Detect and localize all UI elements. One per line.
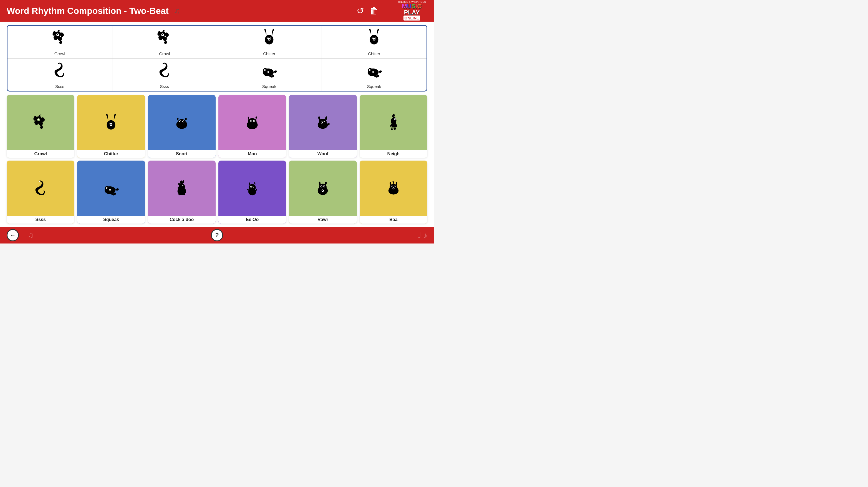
svg-point-86 — [183, 185, 183, 186]
help-button[interactable]: ? — [211, 229, 223, 241]
footer: ← ♫ ? ♩ ♪ — [0, 227, 434, 244]
svg-point-102 — [322, 190, 323, 191]
card-growl[interactable]: Growl — [7, 95, 74, 158]
card-squeak[interactable]: Squeak — [77, 161, 145, 224]
eeoo-card-image — [218, 161, 286, 216]
growl-card-image — [7, 95, 74, 150]
moo-card-label: Moo — [218, 150, 286, 158]
delete-button[interactable]: 🗑 — [370, 6, 378, 16]
snort-card-label: Snort — [148, 150, 216, 158]
svg-point-19 — [373, 39, 375, 40]
music-note-icon: ♫ — [174, 6, 180, 15]
eeoo-card-label: Ee Oo — [218, 216, 286, 224]
svg-point-36 — [38, 119, 39, 120]
rat-icon-2 — [364, 61, 384, 83]
chitter-card-image — [77, 95, 145, 150]
card-neigh[interactable]: Neigh — [360, 95, 427, 158]
main-content: Growl Growl — [0, 22, 434, 227]
header-actions: ↺ 🗑 — [356, 5, 378, 16]
grid-cell-7[interactable]: Squeak — [217, 59, 322, 91]
svg-point-92 — [253, 186, 254, 187]
page-title: Word Rhythm Composition - Two-Beat — [7, 6, 169, 16]
card-moo[interactable]: Moo — [218, 95, 286, 158]
rabbit-icon-2 — [364, 28, 384, 50]
moo-card-image — [218, 95, 286, 150]
grid-label-5: Ssss — [55, 84, 64, 89]
ssss-card-image — [7, 161, 74, 216]
svg-point-50 — [183, 121, 184, 122]
svg-point-20 — [58, 63, 59, 64]
svg-point-25 — [265, 70, 266, 71]
logo-play-text: PLAY — [404, 9, 420, 15]
grid-label-2: Growl — [159, 51, 170, 56]
grid-cell-6[interactable]: Ssss — [113, 59, 217, 91]
card-eeoo[interactable]: Ee Oo — [218, 161, 286, 224]
rawr-card-image — [289, 161, 356, 216]
svg-point-90 — [251, 186, 252, 187]
card-baa[interactable]: Baa — [360, 161, 427, 224]
svg-point-59 — [253, 120, 254, 122]
card-rawr[interactable]: Rawr — [289, 161, 356, 224]
grid-label-4: Chitter — [368, 51, 380, 56]
grid-label-6: Ssss — [160, 84, 169, 89]
svg-point-93 — [251, 188, 254, 189]
svg-point-97 — [321, 186, 322, 187]
woof-card-image — [289, 95, 356, 150]
svg-point-35 — [373, 71, 373, 72]
snake-icon-2 — [155, 61, 174, 83]
rabbit-icon-1 — [259, 28, 279, 50]
baa-card-label: Baa — [360, 216, 427, 224]
grid-cell-1[interactable]: Growl — [7, 26, 113, 59]
svg-point-28 — [268, 71, 269, 72]
baa-card-image — [360, 161, 427, 216]
svg-point-53 — [182, 123, 183, 123]
svg-point-62 — [252, 122, 254, 123]
svg-point-44 — [111, 124, 112, 125]
svg-point-111 — [393, 188, 394, 189]
snake-icon-1 — [50, 61, 69, 83]
svg-point-48 — [180, 121, 181, 122]
grid-cell-4[interactable]: Chitter — [322, 26, 427, 59]
dragon-icon-2 — [155, 28, 174, 50]
svg-point-1 — [161, 34, 163, 35]
squeak-card-image — [77, 161, 145, 216]
logo-online-text: ONLINE — [403, 15, 421, 21]
grid-cell-8[interactable]: Squeak — [322, 59, 427, 91]
neigh-card-image — [360, 95, 427, 150]
svg-point-79 — [106, 187, 108, 188]
svg-point-82 — [110, 189, 111, 190]
grid-cell-2[interactable]: Growl — [113, 26, 217, 59]
cockadoo-card-image — [148, 161, 216, 216]
woof-card-label: Woof — [289, 150, 356, 158]
card-woof[interactable]: Woof — [289, 95, 356, 158]
grid-cell-5[interactable]: Ssss — [7, 59, 113, 91]
grid-cell-3[interactable]: Chitter — [217, 26, 322, 59]
svg-point-51 — [180, 122, 183, 124]
svg-point-0 — [57, 34, 58, 35]
card-ssss[interactable]: Ssss — [7, 161, 74, 224]
rawr-card-label: Rawr — [289, 216, 356, 224]
footer-music-note-left: ♫ — [28, 231, 34, 239]
undo-button[interactable]: ↺ — [356, 5, 364, 16]
grid-label-7: Squeak — [262, 84, 276, 89]
svg-point-75 — [39, 181, 40, 182]
header: Word Rhythm Composition - Two-Beat ♫ ↺ 🗑… — [0, 0, 434, 22]
neigh-card-label: Neigh — [360, 150, 427, 158]
svg-point-10 — [269, 39, 270, 40]
growl-card-label: Growl — [7, 150, 74, 158]
animal-cards: Growl Chitter — [7, 95, 427, 224]
svg-point-57 — [250, 120, 251, 122]
card-cockadoo[interactable]: Cock a-doo — [148, 161, 216, 224]
squeak-card-label: Squeak — [77, 216, 145, 224]
back-button[interactable]: ← — [7, 229, 19, 241]
svg-point-72 — [321, 122, 322, 123]
rat-icon-1 — [259, 61, 279, 83]
card-snort[interactable]: Snort — [148, 95, 216, 158]
grid-label-1: Growl — [54, 51, 65, 56]
chitter-card-label: Chitter — [77, 150, 145, 158]
logo-music-text: MUSIC — [402, 3, 422, 9]
svg-point-32 — [370, 70, 371, 71]
card-chitter[interactable]: Chitter — [77, 95, 145, 158]
cockadoo-card-label: Cock a-doo — [148, 216, 216, 224]
svg-point-21 — [163, 63, 164, 64]
